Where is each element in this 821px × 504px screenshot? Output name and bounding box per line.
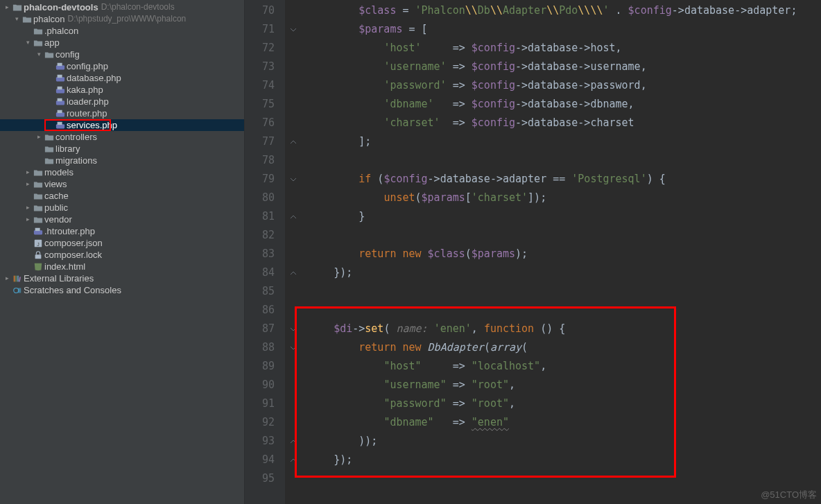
code-line[interactable]: 'host' => $config->database->host, [309, 39, 821, 58]
code-line[interactable]: if ($config->database->adapter == 'Postg… [309, 170, 821, 189]
chevron-right-icon[interactable]: ▸ [3, 272, 11, 284]
fold-marker [285, 58, 306, 76]
tree-item-controllers[interactable]: ▸controllers [0, 131, 244, 143]
fold-marker [285, 301, 306, 320]
code-line[interactable]: "username" => "root", [309, 376, 821, 394]
fold-marker[interactable] [285, 132, 306, 151]
code-line[interactable]: )); [309, 432, 821, 451]
code-line[interactable]: 'username' => $config->database->usernam… [309, 58, 821, 76]
line-number-gutter: 7071727374757677787980818283848586878889… [245, 0, 285, 504]
tree-item-index-html[interactable]: ▸index.html [0, 261, 244, 272]
external-libraries-label: External Libraries [24, 272, 94, 284]
code-line[interactable] [309, 226, 821, 245]
code-area[interactable]: $class = 'Phalcon\\Db\\Adapter\\Pdo\\\\'… [306, 0, 821, 504]
chevron-down-icon[interactable]: ▾ [24, 37, 32, 49]
svg-rect-3 [58, 74, 62, 77]
chevron-right-icon[interactable]: ▸ [24, 166, 32, 178]
code-line[interactable] [309, 469, 821, 488]
chevron-right-icon[interactable]: ▸ [24, 202, 32, 214]
code-line[interactable]: $di->set( name: 'enen', function () { [309, 320, 821, 338]
tree-item-composer-lock[interactable]: ▸composer.lock [0, 249, 244, 261]
tree-root[interactable]: ▸ phalcon-devtools D:\phalcon-devtools [0, 1, 244, 13]
line-number: 74 [245, 76, 275, 95]
code-line[interactable]: } [309, 207, 821, 226]
fold-marker[interactable] [285, 451, 306, 469]
tree-item-router-php[interactable]: ▸router.php [0, 107, 244, 119]
tree-item--phalcon[interactable]: ▸.phalcon [0, 25, 244, 37]
tree-item-services-php[interactable]: ▸services.php [0, 119, 244, 131]
svg-rect-17 [14, 275, 15, 281]
folder-icon [32, 215, 44, 225]
fold-marker [285, 413, 306, 432]
code-line[interactable] [309, 301, 821, 320]
fold-marker[interactable] [285, 263, 306, 282]
tree-item-models[interactable]: ▸models [0, 166, 244, 178]
line-number: 73 [245, 58, 275, 76]
line-number: 88 [245, 338, 275, 357]
tree-item--htrouter-php[interactable]: ▸.htrouter.php [0, 225, 244, 237]
fold-column[interactable] [285, 0, 306, 504]
code-line[interactable]: 'password' => $config->database->passwor… [309, 76, 821, 95]
chevron-right-icon[interactable]: ▸ [24, 178, 32, 190]
fold-marker[interactable] [285, 207, 306, 226]
fold-marker[interactable] [285, 432, 306, 451]
fold-marker[interactable] [285, 170, 306, 189]
code-line[interactable]: "dbname" => "enen" [309, 413, 821, 432]
folder-icon [43, 156, 55, 166]
tree-item-config-php[interactable]: ▸config.php [0, 60, 244, 72]
chevron-down-icon[interactable]: ▾ [12, 13, 21, 25]
code-line[interactable]: $class = 'Phalcon\\Db\\Adapter\\Pdo\\\\'… [309, 1, 821, 20]
svg-rect-7 [58, 98, 62, 101]
fold-marker[interactable] [285, 338, 306, 357]
tree-item-kaka-php[interactable]: ▸kaka.php [0, 84, 244, 96]
chevron-right-icon[interactable]: ▸ [3, 1, 11, 13]
code-line[interactable] [309, 151, 821, 170]
external-libraries[interactable]: ▸ External Libraries [0, 272, 244, 284]
json-icon: J [32, 238, 44, 248]
tree-item-vendor[interactable]: ▸vendor [0, 214, 244, 225]
code-line[interactable]: "password" => "root", [309, 394, 821, 413]
tree-item-cache[interactable]: ▸cache [0, 190, 244, 202]
code-line[interactable]: ]; [309, 132, 821, 151]
tree-item-public[interactable]: ▸public [0, 202, 244, 214]
code-line[interactable] [309, 282, 821, 301]
line-number: 87 [245, 320, 275, 338]
folder-icon [32, 180, 44, 189]
tree-item-phalcon[interactable]: ▾phalconD:\phpstudy_pro\WWW\phalcon [0, 13, 244, 25]
line-number: 81 [245, 207, 275, 226]
tree-item-views[interactable]: ▸views [0, 178, 244, 190]
code-line[interactable]: $params = [ [309, 20, 821, 39]
code-line[interactable]: return new DbAdapter(array( [309, 338, 821, 357]
chevron-right-icon[interactable]: ▸ [35, 131, 43, 143]
tree-item-database-php[interactable]: ▸database.php [0, 72, 244, 84]
fold-marker[interactable] [285, 320, 306, 338]
code-line[interactable]: return new $class($params); [309, 245, 821, 263]
tree-item-app[interactable]: ▾app [0, 37, 244, 49]
code-line[interactable]: }); [309, 263, 821, 282]
code-line[interactable]: }); [309, 451, 821, 469]
tree-item-label: cache [44, 190, 69, 202]
code-editor[interactable]: 7071727374757677787980818283848586878889… [245, 0, 821, 504]
tree-item-label: config [55, 49, 80, 60]
scratches-consoles[interactable]: ▸ Scratches and Consoles [0, 284, 244, 296]
tree-item-migrations[interactable]: ▸migrations [0, 155, 244, 166]
tree-item-library[interactable]: ▸library [0, 143, 244, 155]
code-line[interactable]: 'charset' => $config->database->charset [309, 114, 821, 132]
project-tree[interactable]: ▸ phalcon-devtools D:\phalcon-devtools ▾… [0, 0, 245, 504]
code-line[interactable]: 'dbname' => $config->database->dbname, [309, 95, 821, 114]
chevron-down-icon[interactable]: ▾ [35, 49, 43, 60]
chevron-right-icon[interactable]: ▸ [24, 214, 32, 225]
code-line[interactable]: unset($params['charset']); [309, 189, 821, 207]
tree-item-config[interactable]: ▾config [0, 49, 244, 60]
fold-marker [285, 1, 306, 20]
tree-item-label: kaka.php [67, 84, 103, 96]
tree-item-label: library [55, 143, 80, 155]
line-number: 75 [245, 95, 275, 114]
fold-marker[interactable] [285, 20, 306, 39]
svg-rect-5 [58, 86, 62, 89]
tree-item-loader-php[interactable]: ▸loader.php [0, 96, 244, 107]
code-line[interactable]: "host" => "localhost", [309, 357, 821, 376]
tree-item-label: .htrouter.php [44, 225, 95, 237]
line-number: 79 [245, 170, 275, 189]
tree-item-composer-json[interactable]: ▸Jcomposer.json [0, 237, 244, 249]
